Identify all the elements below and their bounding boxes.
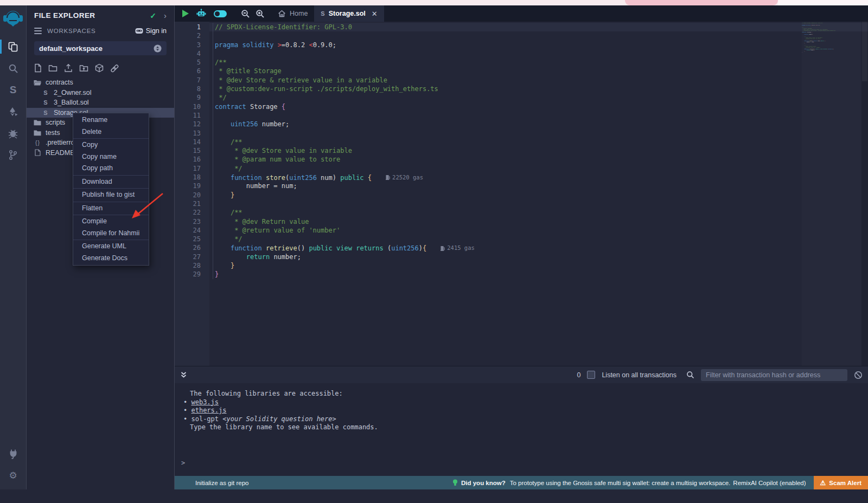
line-number: 24 — [175, 226, 209, 235]
code-line[interactable]: function retrieve() public view returns … — [209, 243, 868, 252]
code-line[interactable]: } — [209, 191, 868, 199]
code-line[interactable]: * @dev Store & retrieve value in a varia… — [209, 76, 868, 85]
zoom-out-icon[interactable] — [241, 9, 250, 18]
new-folder-icon[interactable] — [48, 64, 58, 72]
code-line[interactable]: number = num; — [209, 182, 868, 190]
code-token: { — [282, 103, 285, 111]
menu-item-rename[interactable]: Rename — [73, 114, 149, 126]
code-line[interactable]: * @custom:dev-run-script ./scripts/deplo… — [209, 85, 868, 93]
code-line[interactable]: /** — [209, 208, 868, 217]
listen-checkbox[interactable] — [587, 371, 595, 379]
minimap-token: /** — [802, 27, 803, 28]
code-line[interactable]: * @title Storage — [209, 67, 868, 75]
code-token: retrieve — [266, 245, 297, 253]
sidebar-item-plugin-manager[interactable] — [0, 443, 26, 465]
copilot-toggle[interactable] — [214, 10, 227, 17]
code-line[interactable] — [209, 31, 868, 40]
code-pane[interactable]: // SPDX-License-Identifier: GPL-3.0pragm… — [209, 22, 868, 366]
code-line[interactable]: */ — [209, 164, 868, 173]
workspace-dropdown-icon[interactable] — [154, 44, 162, 53]
terminal-link[interactable]: web3.js — [191, 398, 219, 406]
code-line[interactable]: function store(uint256 num) public {2252… — [209, 173, 868, 182]
sidebar-item-git[interactable] — [0, 144, 26, 166]
tree-item-2-owner-sol[interactable]: S2_Owner.sol — [27, 88, 174, 98]
chevron-right-icon[interactable]: › — [164, 11, 167, 20]
tab-home[interactable]: Home — [271, 5, 314, 22]
workspace-select[interactable]: default_workspace — [34, 41, 167, 55]
checkmark-icon[interactable]: ✓ — [150, 11, 156, 20]
code-line[interactable]: contract Storage { — [209, 102, 868, 111]
code-editor[interactable]: 1234567891011121314151617181920212223242… — [175, 22, 868, 366]
tip-bold: Did you know? — [461, 480, 506, 486]
ipfs-cube-icon[interactable] — [95, 63, 104, 73]
sidebar-item-solidity-compiler[interactable]: S — [0, 79, 26, 101]
editor-scrollbar[interactable] — [861, 22, 868, 366]
code-token: () — [297, 245, 309, 253]
zoom-in-icon[interactable] — [256, 9, 265, 18]
code-line[interactable]: * @param num value to store — [209, 155, 868, 164]
link-icon[interactable] — [110, 64, 119, 73]
scam-alert-button[interactable]: ⚠ Scam Alert — [814, 476, 868, 489]
code-line[interactable]: */ — [209, 93, 868, 102]
minimap[interactable]: // SPDX-License-Identifier: GPL-3.0pragm… — [802, 22, 861, 366]
menu-item-copy[interactable]: Copy — [73, 139, 149, 151]
menu-item-copy-name[interactable]: Copy name — [73, 151, 149, 163]
code-line[interactable]: // SPDX-License-Identifier: GPL-3.0 — [209, 23, 868, 31]
code-line[interactable]: * @return value of 'number' — [209, 226, 868, 235]
code-line[interactable]: /** — [209, 58, 868, 67]
new-file-icon[interactable] — [34, 63, 42, 73]
code-line[interactable]: uint256 number; — [209, 120, 868, 128]
minimap-token: { — [833, 49, 833, 49]
double-chevron-down-icon[interactable] — [180, 371, 187, 378]
code-line[interactable]: } — [209, 261, 868, 270]
minimap-token: * @dev Return value — [804, 46, 816, 47]
code-line[interactable]: } — [209, 270, 868, 279]
git-init-link[interactable]: Initialize as git repo — [195, 480, 248, 486]
menu-item-publish-file-to-gist[interactable]: Publish file to gist — [73, 189, 149, 201]
line-number: 8 — [175, 85, 209, 93]
upload-folder-icon[interactable] — [79, 64, 88, 72]
menu-item-flatten[interactable]: Flatten — [73, 203, 149, 215]
ai-robot-icon[interactable] — [196, 9, 207, 18]
menu-item-compile-for-nahmii[interactable]: Compile for Nahmii — [73, 228, 149, 240]
code-line[interactable] — [209, 199, 868, 208]
code-line[interactable]: /** — [209, 138, 868, 146]
copilot-status[interactable]: RemixAI Copilot (enabled) — [733, 480, 806, 486]
sidebar-item-search[interactable] — [0, 57, 26, 79]
tab-storage-sol[interactable]: S Storage.sol ✕ — [314, 5, 384, 22]
sidebar-item-settings[interactable]: ⚙ — [0, 465, 26, 486]
search-icon[interactable] — [686, 371, 694, 379]
terminal[interactable]: The following libraries are accessible:•… — [175, 383, 868, 476]
hamburger-menu-icon[interactable] — [34, 28, 42, 34]
tree-item-contracts[interactable]: contracts — [27, 78, 174, 88]
tab-close-icon[interactable]: ✕ — [372, 10, 378, 18]
sidebar-item-deploy-run[interactable] — [0, 101, 26, 122]
upload-file-icon[interactable] — [64, 63, 73, 73]
code-line[interactable]: * @dev Return value — [209, 217, 868, 226]
run-script-play-icon[interactable] — [182, 10, 189, 17]
code-line[interactable] — [209, 111, 868, 120]
clear-console-icon[interactable] — [854, 371, 863, 379]
code-token: returns — [356, 245, 384, 253]
remix-logo-icon[interactable] — [3, 10, 23, 28]
code-line[interactable] — [209, 129, 868, 138]
code-line[interactable] — [209, 49, 868, 58]
code-line[interactable]: return number; — [209, 253, 868, 261]
sign-in-button[interactable]: Sign in — [135, 27, 167, 35]
menu-item-generate-docs[interactable]: Generate Docs — [73, 253, 149, 265]
tree-item-3-ballot-sol[interactable]: S3_Ballot.sol — [27, 98, 174, 108]
terminal-prompt[interactable]: > — [181, 459, 185, 468]
sidebar-item-debugger[interactable] — [0, 122, 26, 144]
sidebar-item-file-explorer[interactable] — [0, 36, 26, 57]
filter-input[interactable] — [701, 369, 847, 381]
terminal-link[interactable]: ethers.js — [191, 407, 226, 414]
menu-item-delete[interactable]: Delete — [73, 126, 149, 138]
menu-item-generate-uml[interactable]: Generate UML — [73, 241, 149, 253]
menu-item-download[interactable]: Download — [73, 176, 149, 188]
menu-item-copy-path[interactable]: Copy path — [73, 163, 149, 175]
fuel-pump-icon — [386, 175, 390, 180]
code-line[interactable]: * @dev Store value in variable — [209, 146, 868, 155]
code-line[interactable]: */ — [209, 235, 868, 243]
menu-item-compile[interactable]: Compile — [73, 216, 149, 228]
code-line[interactable]: pragma solidity >=0.8.2 <0.9.0; — [209, 41, 868, 49]
